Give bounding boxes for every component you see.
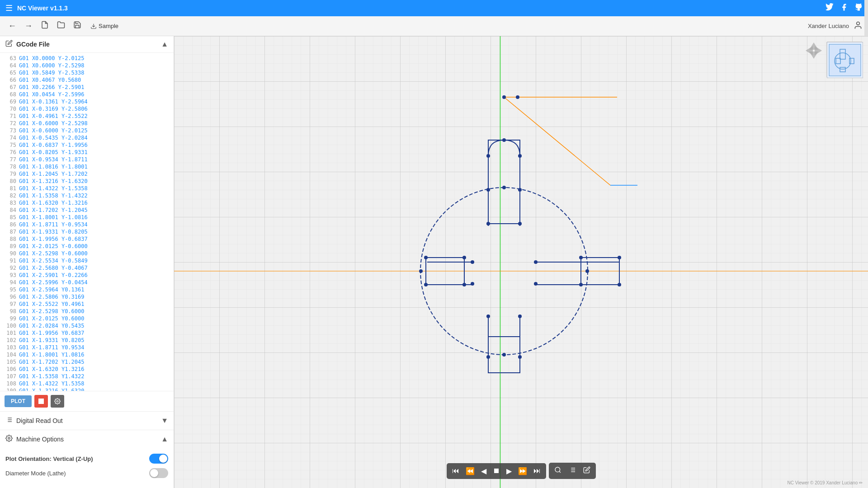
gcode-line: 65G01 X0.5849 Y-2.5338 <box>0 69 174 76</box>
svg-point-31 <box>486 188 490 192</box>
machine-header[interactable]: Machine Options ▲ <box>0 430 174 448</box>
gcode-line: 84G01 X-1.7202 Y-1.2045 <box>0 206 174 214</box>
line-number: 71 <box>4 113 16 120</box>
gcode-content[interactable]: 63G01 X0.0000 Y-2.012564G01 X0.6000 Y-2.… <box>0 53 174 391</box>
twitter-icon[interactable] <box>826 3 834 13</box>
line-code: G01 X-2.5806 Y0.3169 <box>19 293 85 300</box>
svg-point-36 <box>534 260 538 264</box>
gcode-edit-icon <box>5 40 13 49</box>
gcode-line: 74G01 X-0.5435 Y-2.0284 <box>0 134 174 141</box>
line-number: 74 <box>4 134 16 141</box>
plot-orientation-toggle[interactable] <box>149 454 168 464</box>
line-code: G01 X-1.7202 Y1.2045 <box>19 358 85 366</box>
line-number: 88 <box>4 235 16 243</box>
line-number: 105 <box>4 358 16 366</box>
svg-point-3 <box>57 400 58 402</box>
play-button[interactable]: ▶ <box>504 465 514 477</box>
gcode-collapse-icon[interactable]: ▲ <box>161 40 168 48</box>
dro-header[interactable]: Digital Read Out ▼ <box>0 412 174 430</box>
back-step-button[interactable]: ◀ <box>478 465 489 477</box>
svg-point-57 <box>585 269 589 273</box>
gcode-line: 100G01 X-2.0284 Y0.5435 <box>0 322 174 329</box>
line-code: G01 X-1.9956 Y-0.6837 <box>19 235 88 243</box>
gcode-line: 103G01 X-1.8711 Y0.9534 <box>0 344 174 351</box>
mini-map[interactable] <box>826 42 863 78</box>
line-code: G01 X-0.3169 Y-2.5806 <box>19 105 88 113</box>
line-code: G01 X-0.6000 Y-2.0125 <box>19 127 88 134</box>
edit-tool-button[interactable] <box>580 465 593 477</box>
gcode-line: 67G01 X0.2266 Y-2.5901 <box>0 84 174 91</box>
gcode-line: 72G01 X-0.6000 Y-2.5298 <box>0 120 174 127</box>
svg-point-52 <box>486 154 490 158</box>
gcode-line: 77G01 X-0.9534 Y-1.8711 <box>0 156 174 163</box>
svg-point-56 <box>419 269 423 273</box>
sample-button[interactable]: Sample <box>87 21 122 31</box>
line-code: G01 X-0.9534 Y-1.8711 <box>19 156 88 163</box>
gcode-line: 81G01 X-1.4322 Y-1.5358 <box>0 185 174 192</box>
svg-point-41 <box>486 355 490 359</box>
new-file-button[interactable] <box>38 19 52 33</box>
menu-icon[interactable]: ☰ <box>5 3 13 13</box>
svg-point-44 <box>424 283 428 286</box>
gcode-line: 97G01 X-2.5522 Y0.4961 <box>0 300 174 308</box>
machine-title: Machine Options <box>16 436 64 443</box>
line-code: G01 X-1.3216 Y-1.6320 <box>19 178 88 185</box>
facebook-icon[interactable] <box>840 3 848 14</box>
back-button[interactable]: ← <box>5 19 19 33</box>
line-code: G01 X-1.7202 Y-1.2045 <box>19 206 88 214</box>
app-title: NC Viewer v1.1.3 <box>17 5 68 12</box>
svg-point-72 <box>555 467 560 472</box>
next-button[interactable]: ⏩ <box>515 465 530 477</box>
stop-playback-button[interactable]: ⏹ <box>490 465 503 477</box>
gcode-line: 85G01 X-1.8001 Y-1.0816 <box>0 214 174 221</box>
svg-line-73 <box>559 471 561 473</box>
machine-collapse-icon[interactable]: ▲ <box>161 435 168 443</box>
line-number: 87 <box>4 228 16 235</box>
plot-button[interactable]: PLOT <box>5 395 32 407</box>
gcode-line: 87G01 X-1.9331 Y-0.8205 <box>0 228 174 235</box>
grid-background <box>174 36 868 488</box>
sample-label: Sample <box>99 23 118 29</box>
title-bar: ☰ NC Viewer v1.1.3 <box>0 0 868 16</box>
skip-end-button[interactable]: ⏭ <box>531 465 543 477</box>
open-file-button[interactable] <box>54 19 68 33</box>
line-code: G01 X-2.5298 Y-0.6000 <box>19 250 88 257</box>
line-code: G01 X-0.5435 Y-2.0284 <box>19 134 88 141</box>
user-name: Xander Luciano <box>808 23 849 29</box>
gcode-line: 86G01 X-1.8711 Y-0.9534 <box>0 221 174 228</box>
gcode-line: 80G01 X-1.3216 Y-1.6320 <box>0 178 174 185</box>
forward-button[interactable]: → <box>22 19 35 33</box>
measure-tool-button[interactable] <box>552 465 564 477</box>
svg-point-47 <box>579 256 583 259</box>
line-code: G01 X-1.5358 Y-1.4322 <box>19 192 88 199</box>
gcode-line: 96G01 X-2.5806 Y0.3169 <box>0 293 174 300</box>
svg-rect-12 <box>174 36 868 488</box>
prev-button[interactable]: ⏪ <box>463 465 477 477</box>
line-code: G01 X-1.9331 Y0.8205 <box>19 337 85 344</box>
line-number: 96 <box>4 293 16 300</box>
dro-title: Digital Read Out <box>16 417 63 424</box>
line-code: G01 X-2.0125 Y-0.6000 <box>19 243 88 250</box>
gcode-line: 102G01 X-1.9331 Y0.8205 <box>0 337 174 344</box>
svg-point-1 <box>857 22 860 25</box>
skip-start-button[interactable]: ⏮ <box>449 465 462 477</box>
line-number: 97 <box>4 300 16 308</box>
diameter-mode-toggle[interactable] <box>149 468 168 478</box>
line-code: G01 X-1.2045 Y-1.7202 <box>19 170 88 178</box>
save-file-button[interactable] <box>71 19 84 33</box>
machine-icon <box>5 435 13 444</box>
github-icon[interactable] <box>854 3 863 14</box>
dro-collapse-icon[interactable]: ▼ <box>161 417 168 425</box>
viewport[interactable]: ⏮ ⏪ ◀ ⏹ ▶ ⏩ ⏭ NC Viewer © 201 <box>174 36 868 488</box>
svg-point-42 <box>518 355 522 359</box>
gcode-line: 106G01 X-1.6320 Y1.3216 <box>0 366 174 373</box>
line-number: 84 <box>4 206 16 214</box>
svg-point-45 <box>462 256 466 259</box>
list-tool-button[interactable] <box>566 465 579 477</box>
stop-button[interactable] <box>34 395 48 408</box>
svg-point-40 <box>518 314 522 318</box>
gcode-settings-button[interactable] <box>51 395 64 408</box>
line-code: G01 X-1.9956 Y0.6837 <box>19 329 85 337</box>
line-code: G01 X-1.4322 Y-1.5358 <box>19 185 88 192</box>
line-number: 90 <box>4 250 16 257</box>
